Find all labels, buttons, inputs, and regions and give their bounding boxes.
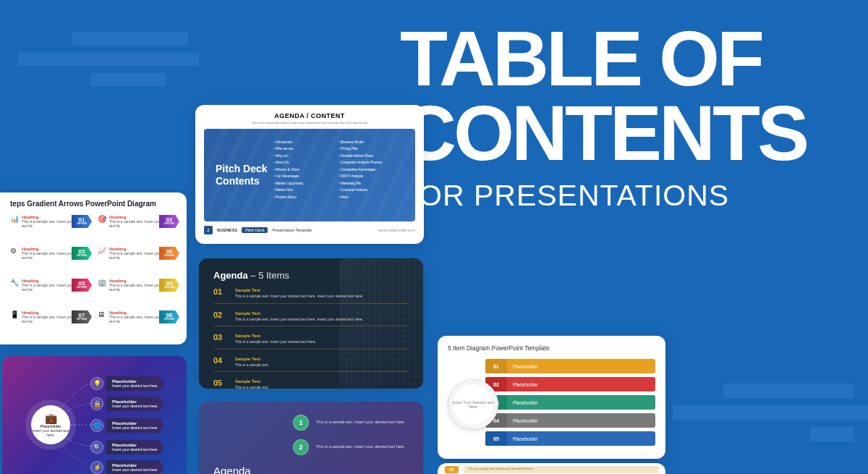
hub-circle: 💼 Placeholder Insert your desired text h…	[31, 405, 70, 444]
cell-icon: 🎯	[98, 215, 106, 223]
hero-line1: TABLE OF	[400, 22, 807, 96]
pitch-col-2: Business ModelPricing PlanPossible Marke…	[339, 139, 404, 211]
cell-icon: 🏢	[98, 279, 106, 287]
card3-title: Agenda – 5 Items	[213, 270, 409, 281]
card2-title: teps Gradient Arrows PowerPoint Diagram	[10, 200, 176, 208]
hero-line2: CONTENTS	[400, 96, 807, 171]
card1-subheader: This is the sample dummy text insert you…	[204, 121, 415, 124]
card5-title: 5 Item Diagram PowerPoint Template	[448, 344, 655, 352]
cell-icon: 📈	[98, 247, 106, 255]
hero-title: TABLE OF CONTENTS FOR PRESENTATIONS	[400, 22, 807, 213]
template-card-gradient-arrows[interactable]: teps Gradient Arrows PowerPoint Diagram …	[0, 192, 187, 344]
decorative-bars-bottom	[673, 384, 868, 449]
pitch-col-1: IntroductionWho we areWhy us?About UsMis…	[273, 139, 339, 211]
template-card-agenda-pitchdeck[interactable]: AGENDA / CONTENT This is the sample dumm…	[195, 105, 424, 244]
briefcase-icon: 💼	[45, 412, 57, 424]
cell-icon: 📱	[10, 310, 19, 318]
node-icon: 💡	[90, 377, 103, 390]
card1-header: AGENDA / CONTENT	[204, 112, 415, 119]
template-card-agenda-dark[interactable]: Agenda – 5 Items 01Sample TextThis is a …	[199, 258, 423, 389]
node-icon: ⚡	[90, 461, 103, 474]
mini-text: This is a sample text. Insert your desir…	[464, 466, 658, 473]
decorative-bars-top	[18, 33, 199, 93]
page-number: 2	[204, 226, 213, 234]
node-icon: 🔍	[90, 441, 103, 454]
card1-footer: 2 BUSINESS Pitch Deck Presentation Templ…	[204, 226, 415, 234]
card6-title: Agenda	[213, 465, 251, 474]
mini-num: 01	[445, 466, 459, 473]
center-circle: Insert Your Desired text Here	[448, 379, 498, 430]
cell-icon: 🔧	[10, 279, 19, 287]
template-card-agenda-purple[interactable]: Agenda 1This is a sample text. Insert yo…	[199, 402, 423, 474]
template-card-5item-diagram[interactable]: 5 Item Diagram PowerPoint Template Inser…	[438, 336, 665, 459]
card2-grid: 📊HeadingThis is a sample text. Insert yo…	[10, 215, 176, 337]
template-card-placeholder-network[interactable]: 💼 Placeholder Insert your desired text h…	[2, 356, 187, 474]
cell-icon: 📊	[10, 215, 19, 223]
hero-sub: FOR PRESENTATIONS	[400, 179, 807, 213]
node-icon: 🔒	[90, 397, 103, 410]
node-icon: 🌐	[90, 419, 103, 432]
template-card-partial-bottom[interactable]: 01 This is a sample text. Insert your de…	[438, 463, 665, 474]
cell-icon: ⚙	[10, 247, 17, 255]
pitch-deck-title: Pitch Deck Contents	[216, 163, 273, 187]
cell-icon: 🖥	[98, 310, 105, 318]
